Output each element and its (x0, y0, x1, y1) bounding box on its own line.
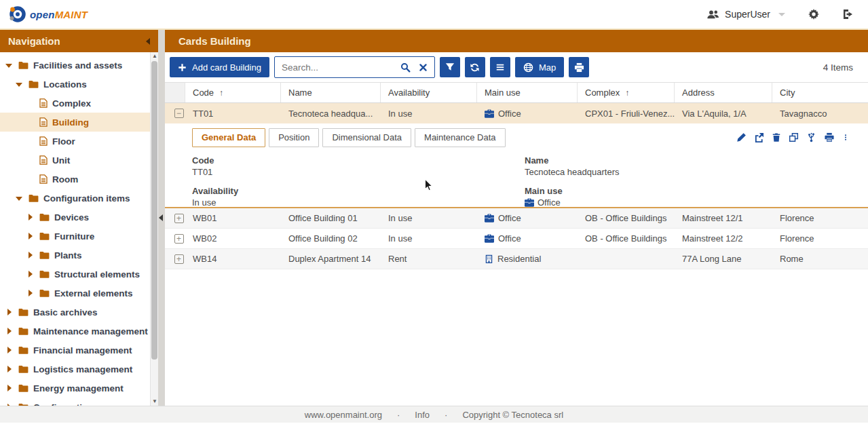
sort-asc-icon[interactable]: ↑ (625, 88, 629, 98)
panel-splitter[interactable] (158, 30, 165, 406)
caret-spacer (26, 175, 35, 183)
caret-right-icon[interactable] (5, 403, 14, 406)
caret-right-icon[interactable] (5, 365, 14, 373)
refresh-button[interactable] (465, 57, 485, 77)
search-icon[interactable] (400, 62, 411, 73)
copy-card-icon[interactable] (789, 132, 799, 142)
navigation-header: Navigation (0, 30, 158, 52)
sort-asc-icon[interactable]: ↑ (219, 88, 223, 98)
tab-general-data[interactable]: General Data (192, 128, 265, 147)
expand-row-icon[interactable] (174, 254, 184, 264)
collapse-row-icon[interactable] (174, 109, 184, 118)
column-header-availability[interactable]: Availability (381, 83, 477, 102)
content-area: Navigation Facilities and assets Locatio… (0, 30, 868, 406)
footer-site-link[interactable]: www.openmaint.org (305, 410, 382, 420)
folder-icon (39, 289, 50, 297)
refresh-icon (470, 62, 480, 73)
footer-info-link[interactable]: Info (415, 410, 430, 420)
caret-right-icon[interactable] (26, 289, 35, 297)
logout-icon[interactable] (842, 9, 853, 20)
list-icon (495, 62, 505, 72)
delete-card-icon[interactable] (772, 132, 781, 142)
sidebar-item-floor[interactable]: Floor (0, 132, 158, 151)
open-card-icon[interactable] (754, 132, 764, 142)
expand-row-icon[interactable] (174, 214, 184, 223)
scrollbar-thumb[interactable] (151, 61, 157, 360)
tab-maintenance-data[interactable]: Maintenance Data (415, 128, 506, 147)
plus-icon (178, 63, 187, 72)
caret-right-icon[interactable] (26, 251, 35, 259)
search-input[interactable] (282, 62, 392, 73)
field-availability: Availability In use (192, 186, 525, 208)
column-header-city[interactable]: City (772, 83, 868, 102)
table-row-wb02[interactable]: WB02 Office Building 02 In use Office OB… (165, 229, 868, 249)
collapse-panel-icon[interactable] (159, 214, 163, 221)
caret-down-icon[interactable] (16, 80, 24, 88)
sidebar-item-unit[interactable]: Unit (0, 151, 158, 170)
caret-right-icon[interactable] (26, 270, 35, 278)
edit-card-icon[interactable] (736, 132, 747, 142)
tab-position[interactable]: Position (269, 128, 319, 147)
add-card-building-button[interactable]: Add card Building (170, 57, 269, 77)
list-view-button[interactable] (490, 57, 510, 77)
sidebar-scrollbar[interactable]: ▲ ▼ (150, 52, 158, 406)
caret-right-icon[interactable] (5, 346, 14, 354)
sidebar-item-furniture[interactable]: Furniture (0, 227, 158, 246)
print-card-icon[interactable] (824, 132, 835, 142)
column-header-main-use[interactable]: Main use (477, 83, 578, 102)
sidebar-item-external-elements[interactable]: External elements (0, 284, 158, 303)
sidebar-item-plants[interactable]: Plants (0, 246, 158, 265)
caret-down-icon[interactable] (16, 194, 24, 202)
tab-dimensional-data[interactable]: Dimensional Data (322, 128, 411, 147)
scroll-down-icon[interactable]: ▼ (151, 398, 158, 406)
sidebar-item-complex[interactable]: Complex (0, 94, 158, 113)
caret-right-icon[interactable] (5, 327, 14, 335)
filter-icon (445, 62, 455, 72)
sidebar-item-building[interactable]: Building (0, 113, 158, 132)
field-code: Code TT01 (192, 155, 525, 177)
sidebar-item-financial-management[interactable]: Financial management (0, 341, 158, 360)
gear-icon[interactable] (808, 9, 819, 20)
collapse-sidebar-icon[interactable] (146, 38, 150, 45)
expand-row-icon[interactable] (174, 234, 184, 244)
navigation-sidebar: Navigation Facilities and assets Locatio… (0, 30, 158, 406)
sidebar-item-configuration[interactable]: Configuration (0, 398, 158, 406)
folder-icon (18, 327, 29, 335)
caret-right-icon[interactable] (5, 384, 14, 392)
column-header-code[interactable]: Code↑ (185, 83, 281, 102)
sidebar-item-basic-archives[interactable]: Basic archives (0, 303, 158, 322)
caret-down-icon[interactable] (5, 61, 14, 69)
map-button[interactable]: Map (515, 57, 564, 77)
top-header: openMAINT SuperUser (0, 0, 868, 30)
sidebar-item-logistics-management[interactable]: Logistics management (0, 360, 158, 379)
column-header-address[interactable]: Address (675, 83, 772, 102)
sidebar-item-energy-management[interactable]: Energy management (0, 379, 158, 398)
sidebar-item-devices[interactable]: Devices (0, 208, 158, 227)
sidebar-item-locations[interactable]: Locations (0, 75, 158, 94)
caret-right-icon[interactable] (26, 213, 35, 221)
folder-icon (39, 232, 50, 240)
table-row-wb14[interactable]: WB14 Duplex Apartment 14 Rent Residentia… (165, 249, 868, 269)
sidebar-item-facilities-and-assets[interactable]: Facilities and assets (0, 56, 158, 75)
table-row-tt01[interactable]: TT01 Tecnoteca headqua... In use Office … (165, 103, 868, 123)
sidebar-item-maintenance-management[interactable]: Maintenance management (0, 322, 158, 341)
more-actions-icon[interactable] (842, 132, 849, 142)
column-header-complex[interactable]: Complex↑ (578, 83, 675, 102)
clear-search-icon[interactable] (419, 63, 428, 72)
filter-button[interactable] (440, 57, 460, 77)
print-button[interactable] (569, 57, 589, 77)
caret-right-icon[interactable] (5, 308, 14, 316)
relations-icon[interactable] (806, 132, 816, 142)
sidebar-item-structural-elements[interactable]: Structural elements (0, 265, 158, 284)
caret-spacer (26, 156, 35, 164)
user-menu[interactable]: SuperUser (706, 9, 785, 20)
card-class-icon (39, 174, 48, 184)
folder-icon (18, 403, 29, 406)
scroll-up-icon[interactable]: ▲ (151, 52, 158, 60)
sidebar-item-room[interactable]: Room (0, 170, 158, 189)
folder-icon (18, 346, 29, 354)
items-count: 4 Items (823, 62, 853, 73)
column-header-name[interactable]: Name (281, 83, 381, 102)
caret-right-icon[interactable] (26, 232, 35, 240)
sidebar-item-configuration-items[interactable]: Configuration items (0, 189, 158, 208)
